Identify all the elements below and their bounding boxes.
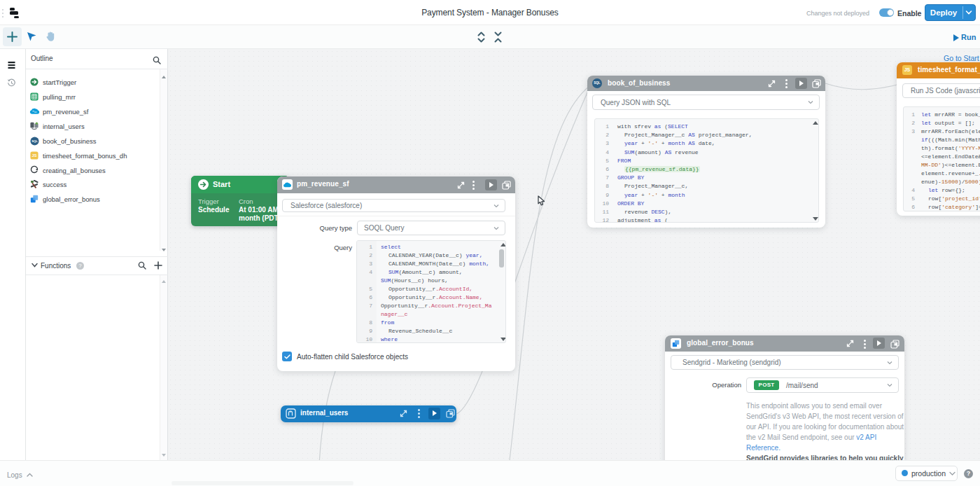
svg-text:JS: JS xyxy=(32,153,37,158)
svg-text:SQL: SQL xyxy=(31,139,38,143)
